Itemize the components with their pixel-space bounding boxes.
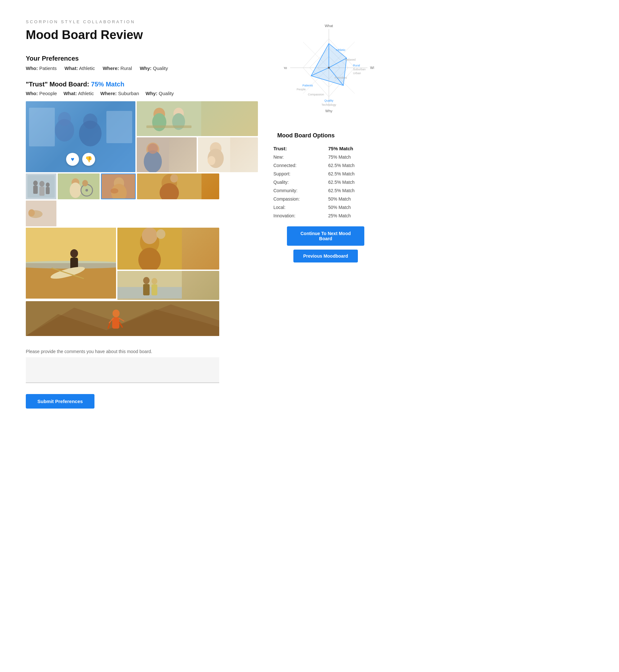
svg-text:Where: Where — [370, 66, 374, 70]
svg-text:Athletic: Athletic — [336, 48, 346, 52]
preferences-section: Your Preferences Who: Patients What: Ath… — [26, 55, 258, 71]
mood-meta: Who: Peoople What: Athletic Where: Subur… — [26, 90, 258, 96]
option-match: 50% Match — [326, 203, 381, 211]
thumbnail-row-2 — [26, 201, 219, 226]
svg-text:Providers: Providers — [335, 76, 347, 79]
option-match: 62.5% Match — [326, 186, 381, 195]
collage-top-row: ♥ 👎 — [26, 101, 258, 172]
options-row: Connected:62.5% Match — [271, 161, 381, 170]
thumb-woman-food-selected — [101, 174, 136, 199]
comments-section: Please provide the comments you have abo… — [26, 349, 219, 384]
previous-button[interactable]: Previous Moodboard — [293, 250, 358, 263]
svg-rect-61 — [143, 284, 150, 295]
image-actions: ♥ 👎 — [66, 153, 95, 166]
option-name: Support: — [271, 170, 326, 178]
svg-rect-46 — [26, 228, 116, 263]
brand-name: SCORPION STYLE COLLABORATION — [26, 19, 258, 24]
right-panel: What Where Who Why Athletic Relaxed Pati… — [271, 19, 381, 409]
preferences-title: Your Preferences — [26, 55, 258, 62]
options-table: Trust:75% MatchNew:75% MatchConnected:62… — [271, 144, 381, 220]
where-value: Rural — [120, 65, 132, 71]
svg-point-60 — [143, 277, 150, 284]
svg-rect-6 — [137, 101, 201, 136]
option-match: 62.5% Match — [326, 178, 381, 186]
svg-rect-5 — [107, 111, 132, 143]
option-name: Connected: — [271, 161, 326, 170]
options-row: New:75% Match — [271, 153, 381, 161]
option-match: 62.5% Match — [326, 161, 381, 170]
continue-button[interactable]: Continue To Next Mood Board — [287, 226, 364, 246]
svg-rect-4 — [29, 108, 55, 146]
preferences-row: Who: Patients What: Athletic Where: Rura… — [26, 65, 258, 71]
svg-text:Quality: Quality — [324, 99, 334, 102]
svg-rect-23 — [33, 186, 38, 194]
page-title: Mood Board Review — [26, 28, 258, 42]
option-match: 62.5% Match — [326, 170, 381, 178]
who-value: Patients — [39, 65, 57, 71]
svg-text:Why: Why — [325, 109, 333, 113]
svg-point-44 — [28, 209, 35, 216]
option-name: Innovation: — [271, 211, 326, 220]
image-runner — [26, 301, 219, 336]
options-row: Support:62.5% Match — [271, 170, 381, 178]
thumb-person-lying — [26, 201, 56, 226]
submit-button[interactable]: Submit Preferences — [26, 394, 94, 409]
option-match: 25% Match — [326, 211, 381, 220]
mood-board-title: "Trust" Mood Board: 75% Match — [26, 81, 258, 88]
mood-options-title: Mood Board Options — [277, 132, 381, 139]
svg-point-30 — [70, 183, 81, 198]
svg-rect-11 — [146, 125, 192, 128]
like-button[interactable]: ♥ — [66, 153, 79, 166]
main-hero-image: ♥ 👎 — [26, 101, 135, 172]
mood-board-header: "Trust" Mood Board: 75% Match Who: Peoop… — [26, 81, 258, 96]
svg-rect-25 — [39, 187, 45, 196]
options-row: Compassion:50% Match — [271, 195, 381, 203]
thumb-man-child-piggyback — [137, 174, 219, 199]
thumbnail-row-1 — [26, 174, 219, 199]
comments-textarea[interactable] — [26, 357, 219, 383]
svg-point-1 — [58, 112, 71, 126]
option-match: 75% Match — [326, 153, 381, 161]
svg-point-41 — [170, 174, 178, 183]
what-value: Athletic — [79, 65, 95, 71]
image-family-dining — [137, 101, 258, 136]
option-name: Local: — [271, 203, 326, 211]
svg-text:What: What — [325, 24, 333, 28]
svg-text:Who: Who — [284, 66, 287, 70]
where-label: Where: — [102, 65, 119, 71]
svg-text:Relaxed: Relaxed — [345, 58, 356, 61]
svg-rect-63 — [151, 284, 157, 295]
thumb-woman-child-bike — [58, 174, 99, 199]
lower-image-row — [26, 228, 219, 300]
svg-point-26 — [46, 183, 50, 187]
svg-text:People: People — [297, 88, 305, 91]
svg-point-33 — [82, 180, 88, 186]
svg-point-55 — [142, 228, 157, 244]
option-match: 75% Match — [326, 144, 381, 153]
svg-text:Suburban: Suburban — [353, 68, 365, 71]
svg-rect-27 — [46, 187, 50, 194]
option-name: Community: — [271, 186, 326, 195]
image-mother-baby — [198, 137, 258, 172]
svg-point-100 — [328, 67, 330, 69]
option-name: Compassion: — [271, 195, 326, 203]
option-name: Quality: — [271, 178, 326, 186]
image-surfer — [26, 228, 116, 298]
svg-point-56 — [156, 229, 165, 239]
options-row: Trust:75% Match — [271, 144, 381, 153]
svg-point-15 — [148, 143, 158, 154]
svg-point-24 — [39, 181, 45, 187]
svg-point-67 — [113, 310, 120, 317]
options-row: Community:62.5% Match — [271, 186, 381, 195]
match-label: 75% Match — [91, 81, 124, 88]
mood-options-section: Mood Board Options Trust:75% MatchNew:75… — [271, 132, 381, 220]
dislike-button[interactable]: 👎 — [82, 153, 95, 166]
svg-point-19 — [208, 156, 215, 165]
comments-label: Please provide the comments you have abo… — [26, 349, 219, 354]
svg-point-3 — [83, 114, 97, 129]
option-match: 50% Match — [326, 195, 381, 203]
svg-point-8 — [152, 113, 166, 131]
svg-text:Patients: Patients — [302, 84, 313, 87]
lower-right-col — [117, 228, 219, 300]
svg-point-32 — [85, 189, 88, 192]
